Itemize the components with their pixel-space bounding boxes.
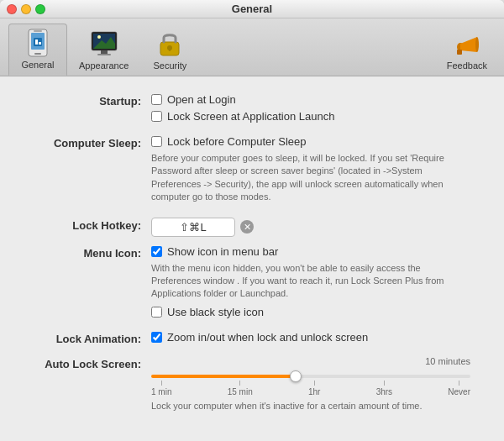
- tick-label-1: 1 min: [151, 387, 171, 396]
- svg-rect-16: [169, 48, 171, 51]
- appearance-icon: [89, 29, 119, 59]
- zoom-in-out-row: Zoom in/out when lock and unlock screen: [151, 331, 470, 344]
- tick-mark-1: [161, 381, 162, 386]
- lock-animation-content: Zoom in/out when lock and unlock screen: [151, 331, 470, 348]
- maximize-button[interactable]: [35, 4, 45, 14]
- toolbar-appearance-label: Appearance: [79, 60, 129, 71]
- computer-sleep-row: Computer Sleep: Lock before Computer Sle…: [34, 135, 470, 209]
- open-at-login-checkbox[interactable]: [151, 94, 162, 105]
- tick-mark-2: [239, 381, 240, 386]
- lock-screen-checkbox[interactable]: [151, 111, 162, 122]
- main-window: General: [0, 0, 504, 441]
- feedback-icon: [452, 29, 482, 59]
- startup-label: Startup:: [34, 93, 151, 108]
- computer-sleep-content: Lock before Computer Sleep Before your c…: [151, 135, 470, 209]
- tick-label-4: 3hrs: [376, 387, 392, 396]
- zoom-in-out-label: Zoom in/out when lock and unlock screen: [167, 331, 368, 344]
- lock-hotkey-content: ⇧⌘L ✕: [151, 218, 470, 237]
- slider-ticks: 1 min 15 min 1hr 3hrs: [151, 381, 470, 396]
- toolbar-item-appearance[interactable]: Appearance: [71, 25, 137, 76]
- lock-hotkey-row: Lock Hotkey: ⇧⌘L ✕: [34, 218, 470, 237]
- hotkey-input[interactable]: ⇧⌘L: [151, 218, 235, 237]
- tick-1hr: 1hr: [308, 381, 320, 396]
- menu-icon-row: Menu Icon: Show icon in menu bar With th…: [34, 245, 470, 323]
- tick-3hrs: 3hrs: [376, 381, 392, 396]
- security-icon: [155, 29, 185, 59]
- tick-15min: 15 min: [228, 381, 253, 396]
- zoom-in-out-checkbox[interactable]: [151, 332, 162, 343]
- tick-label-5: Never: [448, 387, 470, 396]
- toolbar-item-general[interactable]: General: [8, 24, 67, 76]
- startup-content: Open at Login Lock Screen at Application…: [151, 93, 470, 127]
- window-controls: [7, 4, 45, 14]
- open-at-login-label: Open at Login: [167, 93, 236, 106]
- lock-before-sleep-row: Lock before Computer Sleep: [151, 135, 470, 148]
- show-in-menu-bar-row: Show icon in menu bar: [151, 245, 470, 258]
- show-in-menu-bar-label: Show icon in menu bar: [167, 245, 278, 258]
- lock-screen-row: Lock Screen at Application Launch: [151, 110, 470, 123]
- startup-row: Startup: Open at Login Lock Screen at Ap…: [34, 93, 470, 127]
- content-area: Startup: Open at Login Lock Screen at Ap…: [0, 76, 504, 441]
- toolbar: General Appeara: [0, 18, 504, 76]
- toolbar-left: General Appeara: [8, 24, 199, 76]
- use-black-style-label: Use black style icon: [167, 306, 264, 318]
- tick-label-3: 1hr: [308, 387, 320, 396]
- svg-rect-5: [35, 39, 38, 45]
- menu-icon-description: With the menu icon hidden, you won't be …: [151, 262, 470, 301]
- lock-animation-label: Lock Animation:: [34, 331, 151, 345]
- minimize-button[interactable]: [21, 4, 31, 14]
- auto-lock-content: 10 minutes 1 min 15 min 1hr: [151, 356, 470, 417]
- lock-before-sleep-checkbox[interactable]: [151, 136, 162, 147]
- lock-before-sleep-label: Lock before Computer Sleep: [167, 135, 306, 148]
- auto-lock-label: Auto Lock Screen:: [34, 356, 151, 370]
- auto-lock-description: Lock your computer when it's inactive fo…: [151, 400, 470, 412]
- svg-rect-3: [34, 30, 42, 32]
- open-at-login-row: Open at Login: [151, 93, 470, 106]
- title-bar: General: [0, 0, 504, 18]
- svg-rect-2: [34, 53, 41, 55]
- use-black-style-row: Use black style icon: [151, 306, 470, 318]
- toolbar-item-feedback[interactable]: Feedback: [438, 25, 496, 76]
- toolbar-general-label: General: [21, 60, 54, 70]
- computer-sleep-description: Before your computer goes to sleep, it w…: [151, 152, 470, 204]
- tick-mark-4: [384, 381, 385, 386]
- toolbar-feedback-label: Feedback: [447, 60, 487, 71]
- computer-sleep-label: Computer Sleep:: [34, 135, 151, 150]
- lock-animation-row: Lock Animation: Zoom in/out when lock an…: [34, 331, 470, 348]
- svg-rect-13: [97, 54, 111, 55]
- auto-lock-row: Auto Lock Screen: 10 minutes 1 min 15 mi…: [34, 356, 470, 417]
- toolbar-security-label: Security: [153, 60, 186, 71]
- svg-point-10: [97, 35, 101, 39]
- tick-mark-3: [314, 381, 315, 386]
- lock-screen-label: Lock Screen at Application Launch: [167, 110, 334, 123]
- general-icon: [23, 28, 53, 58]
- clear-hotkey-button[interactable]: ✕: [240, 220, 254, 234]
- svg-rect-20: [457, 50, 462, 55]
- toolbar-item-security[interactable]: Security: [140, 25, 199, 76]
- auto-lock-current-value: 10 minutes: [151, 356, 470, 366]
- tick-1min: 1 min: [151, 381, 171, 396]
- menu-icon-label: Menu Icon:: [34, 245, 151, 260]
- window-title: General: [232, 3, 272, 15]
- tick-label-2: 15 min: [228, 387, 253, 396]
- lock-hotkey-label: Lock Hotkey:: [34, 218, 151, 232]
- svg-point-19: [475, 37, 479, 52]
- use-black-style-checkbox[interactable]: [151, 307, 162, 318]
- svg-rect-6: [39, 42, 41, 45]
- svg-marker-18: [460, 37, 477, 52]
- hotkey-field: ⇧⌘L ✕: [151, 218, 470, 237]
- tick-mark-5: [459, 381, 459, 386]
- tick-never: Never: [448, 381, 470, 396]
- auto-lock-slider[interactable]: [151, 375, 470, 378]
- menu-icon-content: Show icon in menu bar With the menu icon…: [151, 245, 470, 323]
- show-in-menu-bar-checkbox[interactable]: [151, 246, 162, 257]
- close-button[interactable]: [7, 4, 17, 14]
- svg-rect-12: [101, 50, 108, 54]
